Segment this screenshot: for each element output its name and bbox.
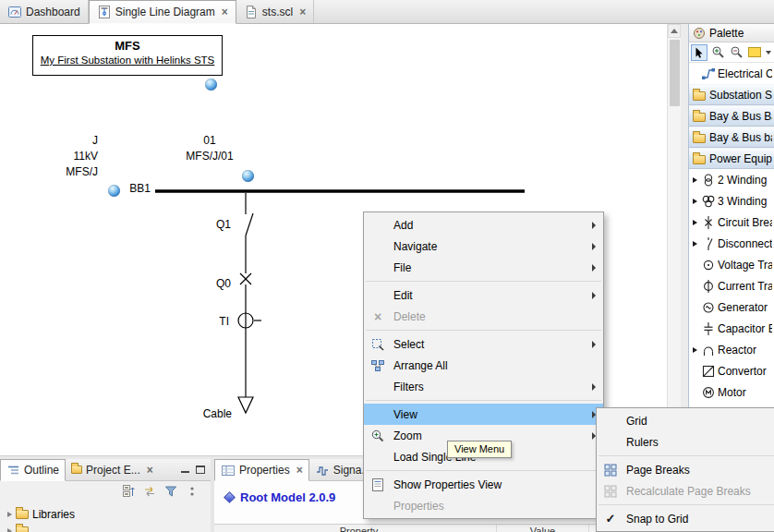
palette-drawer-label: Substation St [709,89,772,102]
menu-item-add[interactable]: Add [364,214,603,236]
palette-item-current-transformer[interactable]: Current Tra [689,275,774,296]
filter-icon[interactable] [163,484,178,500]
outline-toolbar [0,481,211,502]
palette-splitter[interactable] [681,24,688,455]
menu-item-file[interactable]: File [364,257,603,278]
menu-item-arrange-all[interactable]: Arrange All [364,355,603,376]
current-transformer-icon [701,279,716,294]
menu-item-label: Select [390,338,587,351]
tab-outline[interactable]: Outline [0,459,66,481]
expand-arrow-icon[interactable] [691,177,699,183]
substation-node[interactable]: MFS My First Substation with Helinks STS [32,35,223,76]
palette-item-circuit-breaker[interactable]: Circuit Brea [689,212,774,233]
tab-project-explorer[interactable]: Project E... × [66,459,159,480]
column-header-property[interactable]: Property [222,525,497,532]
menu-item-filters[interactable]: Filters [364,376,603,397]
palette-drawer-label: Bay & Bus ba [709,131,772,144]
palette-item-2-winding-transformer[interactable]: 2 Winding [689,169,774,190]
palette-item-motor[interactable]: Motor [689,381,774,403]
palette-drawer-bay-busbar-2[interactable]: Bay & Bus ba [689,127,774,148]
editor-tab-bar: Dashboard Single Line Diagram × sts.scl … [0,0,774,24]
tree-item[interactable] [7,523,211,532]
view-menu-icon[interactable] [184,484,200,500]
expand-arrow-icon[interactable] [691,220,699,225]
outline-tree: Libraries [0,502,211,532]
palette-item-label: Voltage Tra [718,259,772,272]
menu-item-label: Grid [623,415,774,428]
scrollbar-thumb[interactable] [670,40,680,106]
palette-item-disconnector[interactable]: Disconnect [689,233,774,254]
palette-item-reactor[interactable]: Reactor [689,339,774,360]
close-icon[interactable]: × [147,465,153,476]
submenu-item-recalculate-page-breaks: Recalculate Page Breaks [597,480,774,502]
tree-item-libraries[interactable]: Libraries [7,506,211,523]
palette-header[interactable]: Palette [689,24,774,42]
scrollbar-up-icon[interactable] [668,24,681,38]
submenu-arrow-icon [587,383,601,391]
checkmark-icon: ✓ [606,512,616,526]
palette-item-voltage-transformer[interactable]: Voltage Tra [689,254,774,275]
palette-drawer-power-equipment[interactable]: Power Equip [689,148,774,169]
link-editor-icon[interactable] [141,484,157,500]
tab-properties[interactable]: Properties × [214,459,309,481]
select-tool-icon[interactable] [691,44,707,61]
menu-item-show-properties-view[interactable]: Show Properties View [364,474,603,495]
dropdown-arrow-icon[interactable] [766,51,771,54]
tab-single-line-diagram[interactable]: Single Line Diagram × [89,0,236,24]
palette-drawer-substation-structure[interactable]: Substation St [689,84,774,105]
menu-separator [366,400,601,401]
tab-dashboard[interactable]: Dashboard [0,0,89,23]
cable-symbol[interactable] [238,397,253,413]
expand-arrow-icon[interactable] [7,528,12,532]
voltage-level-label: J 11kV MFS/J [33,133,98,180]
palette-item-electrical-connection[interactable]: Electrical C [689,63,774,84]
expand-arrow-icon[interactable] [7,512,12,517]
tab-sts-scl[interactable]: sts.scl × [236,0,314,23]
close-icon[interactable]: × [296,465,303,476]
canvas-vertical-scrollbar[interactable] [667,24,681,455]
submenu-arrow-icon [587,243,601,250]
tooltip: View Menu [447,441,512,458]
tab-label: sts.scl [262,6,293,18]
expand-arrow-icon[interactable] [691,347,699,353]
collapse-all-icon[interactable] [120,484,136,500]
label-line: MFS/J/01 [175,149,244,164]
palette-item-3-winding-transformer[interactable]: 3 Winding [689,190,774,212]
submenu-item-page-breaks[interactable]: Page Breaks [597,459,774,480]
folder-icon [16,526,29,532]
menu-item-view[interactable]: View [364,404,603,425]
convertor-icon [701,364,716,379]
menu-item-edit[interactable]: Edit [364,284,603,306]
submenu-item-rulers[interactable]: Rulers [597,431,774,453]
palette-item-convertor[interactable]: Convertor [689,360,774,381]
menu-item-select[interactable]: Select [364,333,603,355]
submenu-item-snap-to-grid[interactable]: ✓ Snap to Grid [597,508,774,529]
menu-separator [366,330,601,331]
folder-icon [693,91,706,101]
close-icon[interactable]: × [299,6,306,18]
globe-icon [242,170,254,182]
maximize-icon[interactable] [196,466,205,474]
menu-separator [366,470,601,471]
expand-arrow-icon[interactable] [691,199,699,204]
close-icon[interactable]: × [222,6,228,18]
menu-item-label: Recalculate Page Breaks [623,485,774,498]
palette-item-generator[interactable]: Generator [689,296,774,318]
palette-item-capacitor-bank[interactable]: Capacitor B [689,318,774,339]
capacitor-bank-icon [701,321,716,336]
disconnector-symbol[interactable] [246,213,253,236]
menu-separator [366,281,601,282]
column-header-value[interactable]: Value [497,525,589,532]
palette-drawer-bay-busbar-1[interactable]: Bay & Bus Ba [689,105,774,127]
two-winding-transformer-icon [701,173,716,187]
breaker-label: Q0 [194,276,231,292]
zoom-in-icon[interactable] [709,44,726,61]
tree-item-label: Libraries [32,508,75,521]
marquee-tool-icon[interactable] [746,44,763,61]
zoom-out-icon[interactable] [728,44,744,61]
submenu-item-grid[interactable]: Grid [597,410,774,431]
minimize-icon[interactable] [181,466,189,473]
expand-arrow-icon[interactable] [691,241,699,247]
menu-item-navigate[interactable]: Navigate [364,236,603,257]
voltage-transformer-icon [701,258,716,272]
